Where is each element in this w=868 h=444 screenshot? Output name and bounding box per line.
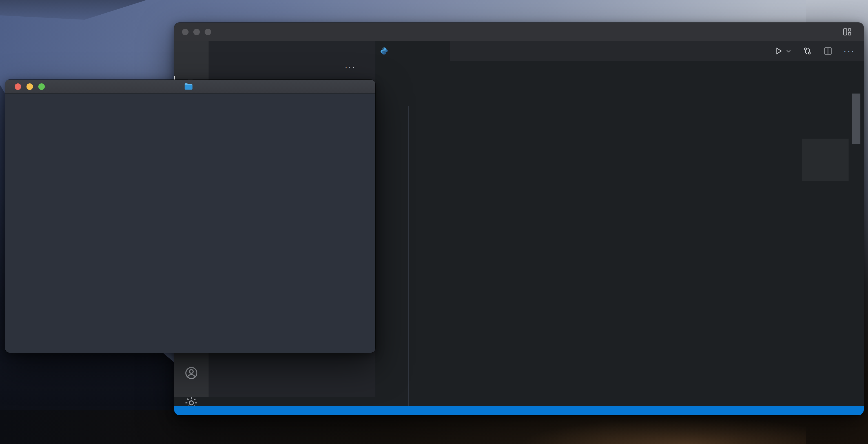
- window-controls: [182, 23, 211, 41]
- code-editor[interactable]: [375, 78, 864, 406]
- chevron-down-icon: [785, 48, 792, 54]
- mountain-ridge: [0, 0, 282, 20]
- split-editor-icon[interactable]: [823, 46, 833, 56]
- tab-train-py[interactable]: [375, 41, 450, 61]
- zoom-window-button[interactable]: [38, 84, 45, 90]
- python-icon: [380, 47, 389, 55]
- code-area: [375, 94, 864, 406]
- minimap-slider[interactable]: [802, 138, 848, 181]
- more-actions-icon[interactable]: ···: [843, 46, 855, 56]
- status-bar: [174, 406, 864, 415]
- minimize-window-button[interactable]: [27, 84, 33, 90]
- vscode-titlebar[interactable]: [174, 23, 864, 41]
- editor-scrollbar[interactable]: [852, 94, 860, 144]
- tab-bar: ···: [375, 41, 864, 61]
- minimap[interactable]: [803, 79, 847, 406]
- customize-layout-icon[interactable]: [842, 27, 852, 37]
- folder-icon: [184, 83, 193, 90]
- editor-actions: ···: [774, 41, 855, 61]
- terminal-title: [5, 83, 375, 90]
- close-window-button[interactable]: [182, 29, 189, 35]
- mountain-glow: [411, 413, 806, 444]
- account-icon[interactable]: [174, 359, 209, 386]
- open-changes-icon[interactable]: [802, 46, 812, 56]
- minimize-window-button[interactable]: [193, 29, 200, 35]
- terminal-window: [5, 80, 375, 353]
- close-window-button[interactable]: [14, 84, 21, 90]
- window-controls: [14, 84, 45, 90]
- run-python-file-button[interactable]: [774, 46, 792, 56]
- zoom-window-button[interactable]: [205, 29, 211, 35]
- terminal-body[interactable]: [5, 94, 375, 353]
- breadcrumb: [375, 61, 864, 78]
- terminal-titlebar[interactable]: [5, 80, 375, 94]
- explorer-more-actions-icon[interactable]: ···: [345, 62, 355, 71]
